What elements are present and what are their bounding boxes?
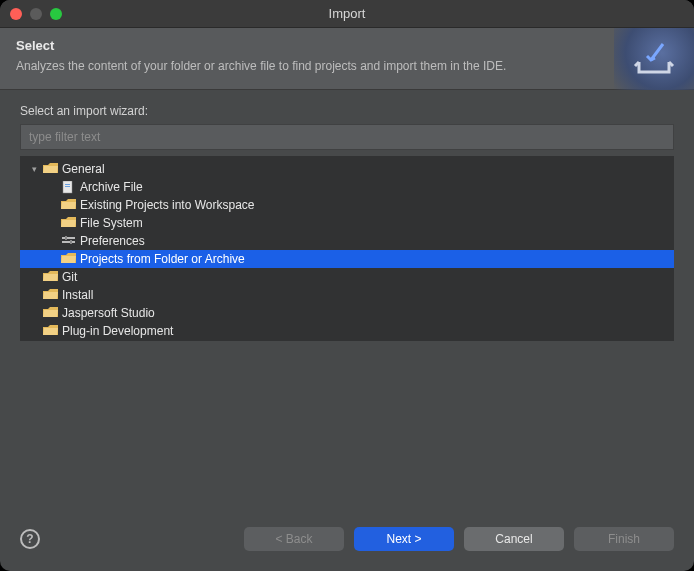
folder-icon [42,306,58,320]
back-button: < Back [244,527,344,551]
tree-node[interactable]: Archive File [20,178,674,196]
svg-rect-3 [62,237,75,239]
window-title: Import [0,6,694,21]
svg-rect-2 [65,186,70,187]
tree-node[interactable]: Plug-in Development [20,322,674,340]
folder-icon [42,288,58,302]
close-icon[interactable] [10,8,22,20]
folder-icon [60,252,76,266]
svg-rect-4 [62,241,75,243]
tree-node-label: Plug-in Development [62,324,173,338]
maximize-icon[interactable] [50,8,62,20]
wizard-label: Select an import wizard: [20,104,674,118]
import-icon [614,28,694,90]
spacer [20,341,674,518]
tree-node[interactable]: ▾General [20,160,674,178]
cancel-button[interactable]: Cancel [464,527,564,551]
help-icon[interactable]: ? [20,529,40,549]
tree-node[interactable]: Projects from Folder or Archive [20,250,674,268]
next-button[interactable]: Next > [354,527,454,551]
tree-node[interactable]: File System [20,214,674,232]
svg-rect-5 [65,236,67,240]
banner-title: Select [16,38,678,53]
file-icon [60,180,76,194]
tree-node[interactable]: Install [20,286,674,304]
content-area: Select an import wizard: ▾GeneralArchive… [0,90,694,527]
tree-node-label: Existing Projects into Workspace [80,198,255,212]
banner-description: Analyzes the content of your folder or a… [16,59,556,73]
prefs-icon [60,234,76,248]
svg-rect-1 [65,184,70,185]
tree-node[interactable]: Git [20,268,674,286]
import-dialog: Import Select Analyzes the content of yo… [0,0,694,571]
folder-icon [42,324,58,338]
footer: ? < Back Next > Cancel Finish [0,527,694,571]
window-controls [10,8,62,20]
minimize-icon [30,8,42,20]
finish-button: Finish [574,527,674,551]
tree-node-label: Archive File [80,180,143,194]
chevron-down-icon[interactable]: ▾ [28,164,40,174]
tree-node[interactable]: Preferences [20,232,674,250]
banner: Select Analyzes the content of your fold… [0,28,694,90]
filter-input[interactable] [20,124,674,150]
tree-node[interactable]: Existing Projects into Workspace [20,196,674,214]
titlebar: Import [0,0,694,28]
folder-import-icon [60,198,76,212]
tree-node-label: Preferences [80,234,145,248]
tree-node-label: Jaspersoft Studio [62,306,155,320]
tree-node-label: Install [62,288,93,302]
folder-icon [42,162,58,176]
folder-icon [60,216,76,230]
tree-node-label: Projects from Folder or Archive [80,252,245,266]
tree-node-label: General [62,162,105,176]
svg-rect-6 [70,240,72,244]
tree-node-label: Git [62,270,77,284]
folder-icon [42,270,58,284]
tree-node[interactable]: Jaspersoft Studio [20,304,674,322]
wizard-tree[interactable]: ▾GeneralArchive FileExisting Projects in… [20,156,674,341]
tree-node-label: File System [80,216,143,230]
